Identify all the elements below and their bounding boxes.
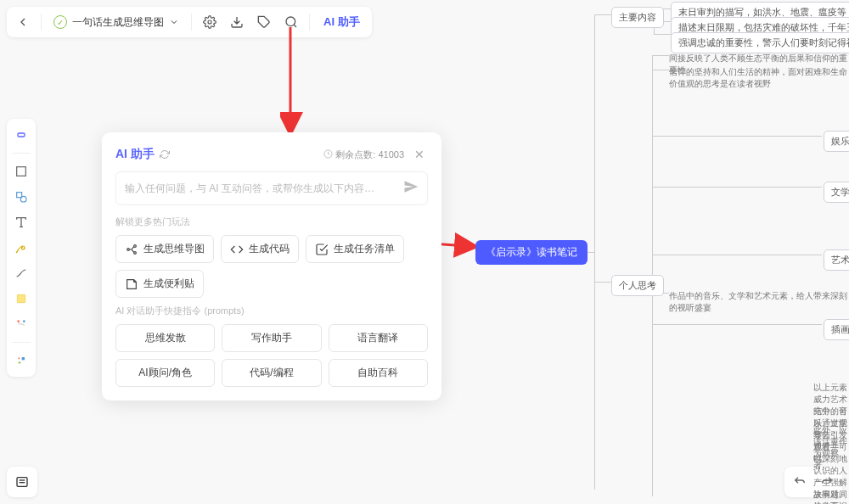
svg-rect-9 <box>17 294 25 302</box>
checklist-icon <box>315 243 329 256</box>
points-indicator: 剩余点数: 41003 <box>323 148 404 161</box>
annotation-arrow-1 <box>280 27 314 137</box>
tag-button[interactable] <box>251 9 277 35</box>
mindmap-node[interactable]: 文学元素 <box>824 182 849 203</box>
chevron-down-icon <box>169 17 179 27</box>
prompt-encyclopedia[interactable]: 自助百科 <box>329 359 428 387</box>
export-button[interactable] <box>224 9 250 35</box>
mindmap-text: 作品中的音乐、文学和艺术元素，给人带来深刻的视听盛宴 <box>669 290 847 314</box>
mindmap-text: 信仰的坚持和人们生活的精神，面对困难和生命价值观的思考是在读者视野 <box>669 66 847 90</box>
prompt-writing[interactable]: 写作助手 <box>222 324 321 352</box>
mindmap-node[interactable]: 主要内容 <box>611 7 664 28</box>
tag-icon <box>257 15 271 29</box>
gear-icon <box>203 15 216 29</box>
send-icon <box>403 179 419 194</box>
svg-point-21 <box>134 244 137 247</box>
send-button[interactable] <box>403 179 419 198</box>
back-button[interactable] <box>10 9 36 35</box>
tool-shape[interactable] <box>10 186 32 208</box>
svg-point-11 <box>23 320 25 322</box>
tool-connector[interactable] <box>10 262 32 284</box>
svg-point-0 <box>208 20 211 24</box>
mindmap-node[interactable]: 艺术元素 <box>824 249 849 271</box>
search-button[interactable] <box>278 9 304 35</box>
code-icon <box>230 243 244 256</box>
mindmap-node[interactable]: 强调忠诚的重要性，警示人们要时刻记得神的话语 <box>671 32 849 53</box>
action-generate-mindmap[interactable]: 生成思维导图 <box>115 235 214 263</box>
settings-button[interactable] <box>197 9 222 35</box>
mindmap-node[interactable]: 个人思考 <box>611 275 664 296</box>
svg-point-2 <box>286 17 295 26</box>
mindmap-text: 故事对间接方意识到人意识到人重 <box>813 489 849 504</box>
side-toolbar <box>7 119 36 377</box>
tool-more[interactable] <box>10 350 32 372</box>
svg-point-22 <box>134 251 137 254</box>
mindmap-canvas[interactable]: 《启示录》读书笔记 主要内容 个人思考 末日审判的描写，如洪水、地震、瘟疫等 描… <box>450 0 849 504</box>
svg-line-3 <box>294 25 296 27</box>
tool-pen[interactable] <box>10 237 32 259</box>
list-icon <box>15 475 29 489</box>
svg-point-12 <box>18 357 20 359</box>
svg-rect-13 <box>22 357 25 360</box>
mindmap-node[interactable]: 插画语言 <box>824 319 849 340</box>
prompt-coding[interactable]: 代码/编程 <box>222 359 321 387</box>
svg-point-10 <box>17 320 20 322</box>
svg-point-8 <box>20 196 26 202</box>
prompt-brainstorm[interactable]: 思维发散 <box>115 324 215 352</box>
document-title-dropdown[interactable]: ✓ 一句话生成思维导图 <box>47 9 186 35</box>
outline-button[interactable] <box>7 467 37 497</box>
refresh-icon[interactable] <box>160 149 170 160</box>
ai-input-row <box>115 171 428 205</box>
panel-title: AI 助手 <box>115 147 170 162</box>
download-icon <box>230 15 244 29</box>
tool-frame[interactable] <box>10 160 32 182</box>
tool-flowchart[interactable] <box>10 313 32 335</box>
svg-rect-6 <box>17 167 26 176</box>
tool-select[interactable] <box>10 124 32 146</box>
tool-sticky[interactable] <box>10 288 32 310</box>
sticky-icon <box>125 277 138 291</box>
prompt-translate[interactable]: 语言翻译 <box>329 324 428 352</box>
tool-text[interactable] <box>10 211 32 233</box>
prompt-consultant[interactable]: AI顾问/角色 <box>115 359 215 387</box>
action-generate-sticky[interactable]: 生成便利贴 <box>115 270 204 298</box>
cloud-sync-icon: ✓ <box>53 15 67 29</box>
ai-assistant-panel: AI 助手 剩余点数: 41003 ✕ 解锁更多热门玩法 生成思维导图 生成代码 <box>102 132 441 400</box>
svg-point-20 <box>127 248 130 250</box>
close-panel-button[interactable]: ✕ <box>411 146 428 163</box>
top-toolbar: ✓ 一句话生成思维导图 AI 助手 <box>7 7 372 37</box>
ai-assistant-button[interactable]: AI 助手 <box>315 14 368 30</box>
ai-prompt-input[interactable] <box>125 182 403 194</box>
section-header-prompts: AI 对话助手快捷指令 (prompts) <box>115 305 428 317</box>
mindmap-icon <box>125 243 138 256</box>
mindmap-node[interactable]: 娱乐元素 <box>824 131 849 152</box>
search-icon <box>284 15 298 29</box>
action-generate-tasklist[interactable]: 生成任务清单 <box>306 235 404 263</box>
svg-rect-5 <box>18 133 25 137</box>
document-title: 一句话生成思维导图 <box>72 15 164 30</box>
clock-icon <box>323 149 333 159</box>
svg-rect-7 <box>17 193 22 198</box>
mindmap-root-node[interactable]: 《启示录》读书笔记 <box>475 240 588 265</box>
section-header-actions: 解锁更多热门玩法 <box>115 216 428 228</box>
action-generate-code[interactable]: 生成代码 <box>221 235 299 263</box>
